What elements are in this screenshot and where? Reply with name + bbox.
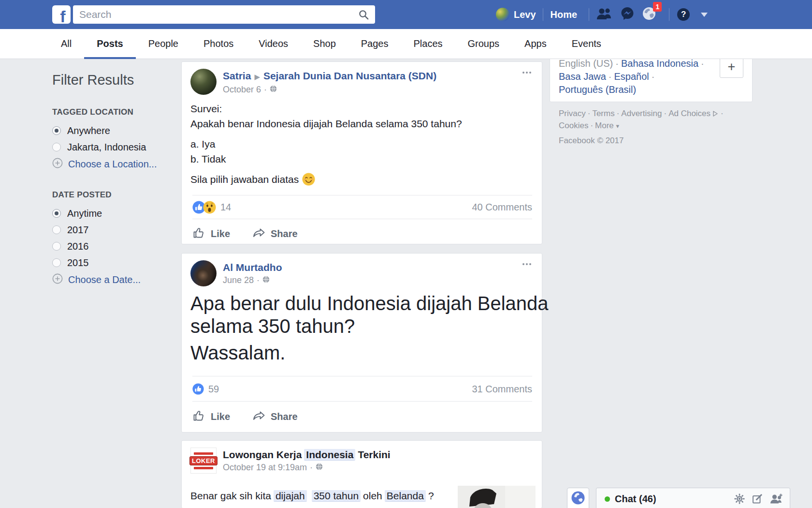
ad-choices-icon <box>712 109 719 120</box>
reaction-icons[interactable] <box>192 383 204 395</box>
reaction-icons[interactable] <box>192 201 216 214</box>
language-link-espanol[interactable]: Español <box>614 71 649 82</box>
like-button[interactable]: Like <box>192 226 230 241</box>
facebook-logo[interactable]: f <box>52 5 71 24</box>
search-icon[interactable] <box>358 9 369 22</box>
tab-people[interactable]: People <box>136 29 191 59</box>
reaction-count[interactable]: 14 <box>220 202 231 213</box>
thumb-up-icon <box>192 409 206 424</box>
radio-selected-icon <box>52 126 61 135</box>
filter-option-2017[interactable]: 2017 <box>52 222 179 238</box>
tab-groups[interactable]: Groups <box>455 29 512 59</box>
post-header: Al Murtadho June 28· <box>182 254 542 286</box>
notifications-button[interactable]: 1 <box>642 6 656 23</box>
avatar[interactable] <box>190 260 217 286</box>
chevron-right-icon: ▶ <box>254 73 260 81</box>
language-globe-button[interactable] <box>567 488 589 508</box>
post-text-large: Apa benar dulu Indonesia dijajah Belanda… <box>190 292 533 364</box>
filter-results-title: Filter Results <box>52 72 179 88</box>
search-input[interactable] <box>73 5 375 24</box>
group-link[interactable]: Sejarah Dunia Dan Nusantara (SDN) <box>263 70 436 81</box>
share-arrow-icon <box>252 409 266 424</box>
search-term-highlight: Indonesia <box>304 449 355 460</box>
share-arrow-icon <box>252 226 266 241</box>
chat-settings-gear-icon[interactable] <box>734 493 745 505</box>
language-link-bahasa-indonesia[interactable]: Bahasa Indonesia <box>621 58 698 69</box>
tab-shop[interactable]: Shop <box>301 29 348 59</box>
page-logo-avatar[interactable]: LOKER <box>190 448 217 474</box>
tab-apps[interactable]: Apps <box>512 29 559 59</box>
soekarno-photo <box>458 486 536 508</box>
post-photo[interactable] <box>458 486 536 508</box>
filter-sidebar: Filter Results TAGGED LOCATION Anywhere … <box>52 72 179 288</box>
privacy-globe-icon <box>262 275 270 285</box>
tab-pages[interactable]: Pages <box>348 29 401 59</box>
filter-option-2016[interactable]: 2016 <box>52 238 179 254</box>
post-options-button[interactable] <box>521 261 533 267</box>
post-action-bar: Like Share <box>192 401 532 433</box>
more-link[interactable]: More <box>595 121 614 130</box>
radio-icon <box>52 258 61 267</box>
cookies-link[interactable]: Cookies <box>559 121 588 130</box>
filter-option-2015[interactable]: 2015 <box>52 254 179 271</box>
chat-bar[interactable]: Chat (46) <box>596 488 790 508</box>
privacy-globe-icon <box>270 85 277 95</box>
reaction-count[interactable]: 59 <box>208 384 219 395</box>
terms-link[interactable]: Terms <box>592 109 614 118</box>
like-button[interactable]: Like <box>192 409 230 424</box>
add-friend-to-chat-icon[interactable] <box>769 493 783 505</box>
user-avatar[interactable] <box>496 8 509 21</box>
post-text: Benar gak sih kitadijajah350 tahunolehBe… <box>190 488 451 503</box>
friend-requests-button[interactable] <box>596 7 613 22</box>
home-button[interactable]: Home <box>551 9 578 20</box>
radio-icon <box>52 143 61 151</box>
choose-date-link[interactable]: Choose a Date... <box>52 271 179 288</box>
post-header: Satria▶Sejarah Dunia Dan Nusantara (SDN)… <box>182 62 542 95</box>
post-timestamp[interactable]: June 28· <box>223 275 282 285</box>
share-button[interactable]: Share <box>252 226 298 241</box>
user-profile-link[interactable]: Levy <box>514 9 536 20</box>
thumb-up-icon <box>192 226 206 241</box>
advertising-link[interactable]: Advertising <box>621 109 662 118</box>
new-message-compose-icon[interactable] <box>752 493 763 505</box>
filter-option-anywhere[interactable]: Anywhere <box>52 122 179 139</box>
tab-events[interactable]: Events <box>559 29 614 59</box>
radio-selected-icon <box>52 209 61 218</box>
language-link-basa-jawa[interactable]: Basa Jawa <box>559 71 606 82</box>
circle-plus-icon <box>52 273 63 286</box>
help-button[interactable]: ? <box>677 8 690 21</box>
tab-all[interactable]: All <box>48 29 84 59</box>
post-lowongan-kerja: LOKER Lowongan KerjaIndonesiaTerkini Oct… <box>181 440 542 508</box>
tab-photos[interactable]: Photos <box>191 29 246 59</box>
share-button[interactable]: Share <box>252 409 298 424</box>
tab-places[interactable]: Places <box>401 29 455 59</box>
chat-label: Chat (46) <box>615 493 656 505</box>
page-name-link[interactable]: Lowongan KerjaIndonesiaTerkini <box>223 448 391 461</box>
privacy-globe-icon <box>316 463 323 473</box>
ad-choices-link[interactable]: Ad Choices <box>668 109 710 118</box>
tab-videos[interactable]: Videos <box>246 29 301 59</box>
author-link[interactable]: Satria <box>223 70 251 81</box>
post-options-button[interactable] <box>521 70 533 75</box>
top-navbar: f Levy Home 1 ? <box>0 0 812 29</box>
avatar[interactable] <box>190 69 217 95</box>
tagged-location-heading: TAGGED LOCATION <box>52 107 179 117</box>
account-menu-caret-icon[interactable] <box>701 13 708 17</box>
filter-option-anytime[interactable]: Anytime <box>52 205 179 222</box>
post-timestamp[interactable]: October 19 at 9:19am· <box>223 463 391 473</box>
tab-posts[interactable]: Posts <box>84 29 135 59</box>
caret-down-icon: ▾ <box>616 122 620 130</box>
post-text: Survei: Apakah benar Indonesia dijajah B… <box>190 101 533 190</box>
messenger-button[interactable] <box>620 6 635 23</box>
navbar-divider <box>669 8 669 21</box>
author-link[interactable]: Al Murtadho <box>223 261 282 273</box>
smiling-emoji <box>302 173 315 190</box>
privacy-link[interactable]: Privacy <box>559 109 586 118</box>
comments-count[interactable]: 31 Comments <box>472 384 533 395</box>
reaction-summary: 59 31 Comments <box>192 376 532 401</box>
comments-count[interactable]: 40 Comments <box>472 202 533 213</box>
post-timestamp[interactable]: October 6· <box>223 85 436 95</box>
choose-location-link[interactable]: Choose a Location... <box>52 155 179 173</box>
language-link-portugues[interactable]: Português (Brasil) <box>559 84 636 95</box>
filter-option-jakarta[interactable]: Jakarta, Indonesia <box>52 139 179 155</box>
